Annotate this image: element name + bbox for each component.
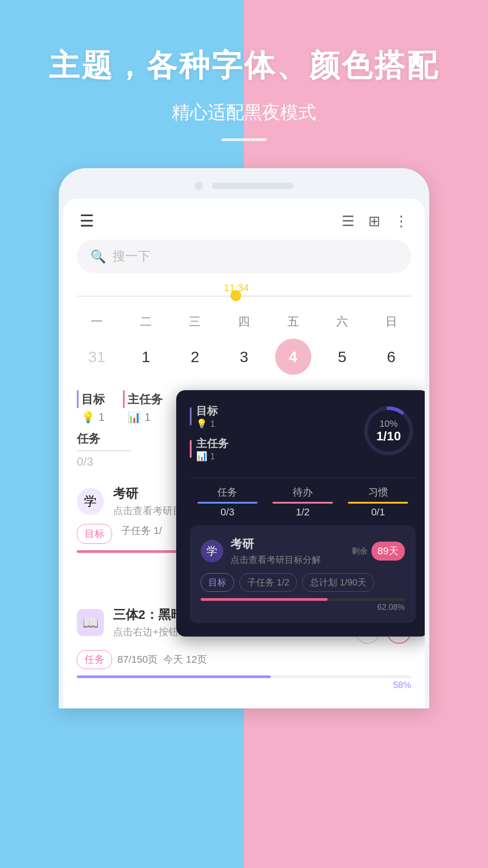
weekday-tue: 二 bbox=[128, 314, 164, 330]
date-5[interactable]: 5 bbox=[324, 339, 360, 375]
dark-pending-label: 待办 bbox=[265, 486, 341, 499]
dark-main-task-value: 📊 1 bbox=[196, 451, 229, 462]
dark-habit-value: 0/1 bbox=[340, 506, 416, 518]
timeline-line bbox=[77, 296, 411, 297]
book-tag1: 任务 bbox=[77, 650, 112, 669]
dark-main-task-row: 主任务 📊 1 bbox=[190, 436, 361, 462]
dark-goal-info: 目标 💡 1 bbox=[196, 404, 218, 429]
dark-goal-icon: 💡 bbox=[196, 418, 207, 429]
study-avatar-light: 学 bbox=[77, 488, 104, 515]
book-tag3: 今天 12页 bbox=[163, 653, 207, 666]
weekday-thu: 四 bbox=[226, 314, 262, 330]
task-label: 任务 bbox=[77, 432, 100, 445]
timeline: 11:34 bbox=[77, 282, 411, 305]
main-task-value-row: 📊 1 bbox=[123, 411, 163, 424]
dark-study-title: 考研 bbox=[230, 536, 321, 552]
dark-pending-value: 1/2 bbox=[265, 506, 341, 518]
goal-label-row: 目标 bbox=[77, 390, 105, 408]
dark-tag1: 目标 bbox=[201, 573, 234, 592]
main-task-stat: 主任务 📊 1 bbox=[123, 390, 163, 424]
main-title: 主题，各种字体、颜色搭配 bbox=[0, 45, 488, 86]
dark-task-bar bbox=[197, 502, 258, 504]
light-tag-subtask: 子任务 1/ bbox=[121, 524, 162, 544]
hamburger-icon[interactable]: ☰ bbox=[80, 212, 94, 230]
weekday-wed: 三 bbox=[177, 314, 213, 330]
dark-bottom-stats: 任务 0/3 待办 1/2 习惯 0/1 bbox=[190, 478, 416, 518]
search-icon: 🔍 bbox=[90, 249, 106, 264]
goal-value-row: 💡 1 bbox=[77, 411, 105, 424]
circle-fraction: 1/10 bbox=[376, 429, 401, 443]
light-tag-goal: 目标 bbox=[77, 524, 112, 544]
grid-icon[interactable]: ⊞ bbox=[368, 212, 380, 230]
dark-goal-label: 目标 bbox=[196, 404, 218, 418]
goal-stat: 目标 💡 1 bbox=[77, 390, 105, 424]
camera-row bbox=[59, 182, 429, 190]
main-task-icon: 📊 bbox=[127, 411, 141, 424]
dark-tag3: 总计划 1/90天 bbox=[302, 573, 374, 592]
task-divider bbox=[77, 450, 131, 451]
dark-main-task-icon: 📊 bbox=[196, 451, 207, 462]
dark-goal-bar bbox=[190, 407, 192, 425]
dark-tag2: 子任务 1/2 bbox=[239, 573, 297, 592]
toolbar: ☰ ☰ ⊞ ⋮ bbox=[63, 199, 425, 235]
goal-label: 目标 bbox=[81, 392, 105, 407]
toolbar-right: ☰ ⊞ ⋮ bbox=[342, 212, 408, 230]
remain-label: 剩余 bbox=[352, 546, 368, 557]
date-31[interactable]: 31 bbox=[79, 339, 115, 375]
goal-count: 1 bbox=[99, 411, 104, 424]
date-3[interactable]: 3 bbox=[226, 339, 262, 375]
date-2[interactable]: 2 bbox=[177, 339, 213, 375]
more-icon[interactable]: ⋮ bbox=[394, 212, 408, 230]
dark-progress-label: 62.08% bbox=[201, 603, 405, 612]
task-count: 0/3 bbox=[77, 455, 93, 468]
dark-main-task-bar bbox=[190, 440, 192, 458]
dark-tags: 目标 子任务 1/2 总计划 1/90天 bbox=[201, 573, 405, 592]
dark-study-card[interactable]: 学 考研 点击查看考研目标分解 剩余 89天 目标 子任务 1/2 bbox=[190, 525, 416, 623]
dark-task-item: 任务 0/3 bbox=[190, 486, 265, 518]
dark-main-task-info: 主任务 📊 1 bbox=[196, 436, 229, 462]
dark-stats-top: 目标 💡 1 主任务 bbox=[190, 404, 416, 469]
date-6[interactable]: 6 bbox=[373, 339, 409, 375]
weekday-sat: 六 bbox=[324, 314, 360, 330]
date-4-today[interactable]: 4 bbox=[275, 339, 311, 375]
remain-badge: 89天 bbox=[371, 542, 405, 561]
dark-study-desc: 点击查看考研目标分解 bbox=[230, 554, 321, 566]
dark-study-header: 学 考研 点击查看考研目标分解 剩余 89天 bbox=[201, 536, 405, 566]
speaker-bar bbox=[212, 183, 293, 189]
goal-bar bbox=[77, 390, 79, 408]
dark-progress-bar bbox=[201, 598, 405, 601]
dark-main-task-label: 主任务 bbox=[196, 436, 229, 451]
goal-icon: 💡 bbox=[81, 411, 95, 424]
view-list-icon[interactable]: ☰ bbox=[342, 212, 355, 230]
app-content: ☰ ☰ ⊞ ⋮ 🔍 搜一下 11:34 一 二 三 四 五 六 bbox=[63, 199, 425, 708]
main-task-label-row: 主任务 bbox=[123, 390, 163, 408]
dark-pending-item: 待办 1/2 bbox=[265, 486, 341, 518]
search-bar[interactable]: 🔍 搜一下 bbox=[77, 240, 411, 273]
timeline-time: 11:34 bbox=[224, 282, 249, 294]
sub-title: 精心适配黑夜模式 bbox=[0, 100, 488, 125]
book-progress-label: 58% bbox=[77, 680, 411, 690]
dark-habit-item: 习惯 0/1 bbox=[340, 486, 416, 518]
dark-habit-label: 习惯 bbox=[340, 486, 416, 499]
dark-goal-value: 💡 1 bbox=[196, 418, 218, 429]
dark-remain: 剩余 89天 bbox=[352, 542, 405, 561]
dark-tasks-value: 0/3 bbox=[190, 506, 265, 518]
book-tag2: 87/150页 bbox=[117, 653, 158, 666]
dark-study-info: 考研 点击查看考研目标分解 bbox=[230, 536, 321, 566]
dark-study-avatar: 学 bbox=[201, 540, 223, 562]
dark-overlay-panel: 目标 💡 1 主任务 bbox=[176, 390, 425, 637]
book-tags: 任务 87/150页 今天 12页 bbox=[77, 650, 411, 669]
weekday-mon: 一 bbox=[79, 314, 115, 330]
dark-tasks-label: 任务 bbox=[190, 486, 265, 499]
search-placeholder: 搜一下 bbox=[113, 248, 150, 265]
camera-dot bbox=[195, 182, 203, 190]
book-avatar: 📖 bbox=[77, 609, 104, 636]
date-row: 31 1 2 3 4 5 6 bbox=[63, 334, 425, 386]
circle-progress: 10% 1/10 bbox=[361, 404, 416, 458]
date-1[interactable]: 1 bbox=[128, 339, 164, 375]
main-task-bar bbox=[123, 390, 125, 408]
weekday-sun: 日 bbox=[373, 314, 409, 330]
weekday-fri: 五 bbox=[275, 314, 311, 330]
dark-goal-count: 1 bbox=[210, 419, 215, 429]
toolbar-left[interactable]: ☰ bbox=[80, 212, 94, 231]
